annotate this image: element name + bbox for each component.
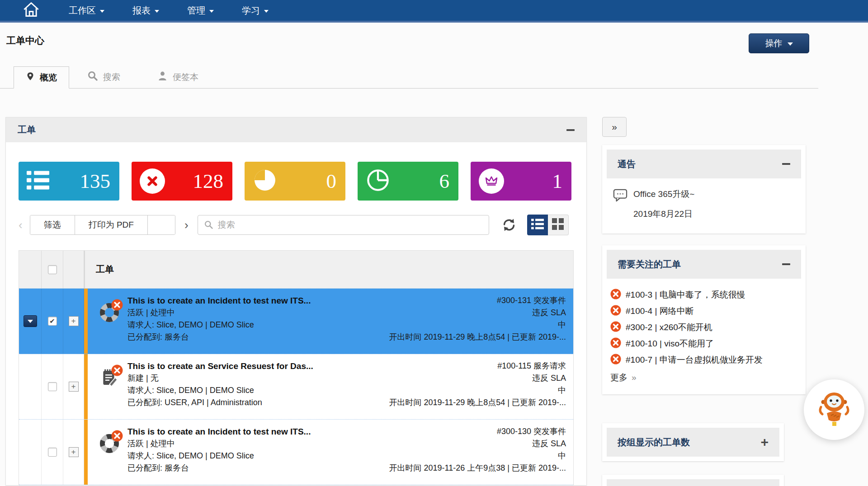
chatbot-avatar[interactable] bbox=[804, 379, 864, 440]
row-checkbox[interactable] bbox=[48, 448, 57, 457]
nav-item-label: 管理 bbox=[187, 5, 205, 17]
ticket-sla: 违反 SLA bbox=[389, 307, 566, 319]
attention-tickets-title: 需要关注的工单 bbox=[618, 258, 681, 271]
tab-label: 便签本 bbox=[173, 71, 198, 83]
grid-view-icon bbox=[552, 218, 564, 232]
nav-item-label: 学习 bbox=[242, 5, 260, 17]
attention-ticket-link[interactable]: #100-7 | 申请一台虚拟机做业务开发 bbox=[610, 352, 798, 368]
row-dropdown-button[interactable] bbox=[24, 315, 37, 327]
row-checkbox[interactable] bbox=[48, 382, 57, 391]
error-badge-icon bbox=[610, 321, 621, 334]
error-badge-icon bbox=[610, 337, 621, 350]
nav-item-learn[interactable]: 学习 bbox=[242, 5, 269, 17]
select-all-checkbox[interactable] bbox=[48, 265, 57, 274]
ticket-requester: 请求人: Slice, DEMO | DEMO Slice bbox=[127, 384, 313, 397]
person-icon bbox=[157, 70, 168, 84]
search-icon bbox=[87, 70, 98, 84]
attention-ticket-link[interactable]: #100-10 | viso不能用了 bbox=[610, 336, 798, 352]
chevron-down-icon bbox=[28, 320, 33, 323]
grid-view-toggle[interactable] bbox=[548, 215, 569, 235]
ticket-column-header: 工单 bbox=[84, 251, 573, 288]
ticket-requester: 请求人: Slice, DEMO | DEMO Slice bbox=[127, 319, 311, 331]
expand-plus-icon[interactable]: + bbox=[760, 435, 769, 449]
announcement-date: 2019年8月22日 bbox=[633, 208, 797, 220]
stat-recent-tickets[interactable]: 6 bbox=[358, 162, 458, 201]
stat-total-tickets[interactable]: 135 bbox=[19, 162, 119, 201]
ticket-search bbox=[198, 215, 489, 235]
stat-due-today[interactable]: 0 bbox=[245, 162, 345, 201]
collapse-minus-icon[interactable] bbox=[782, 263, 790, 265]
announcement-item[interactable]: Office 365升级~ bbox=[613, 188, 797, 204]
sidebar-collapse-button[interactable]: » bbox=[602, 117, 627, 137]
filter-button[interactable]: 筛选 bbox=[30, 215, 75, 234]
row-checkbox-cell bbox=[42, 420, 63, 485]
home-button[interactable] bbox=[22, 1, 41, 20]
chevron-down-icon bbox=[788, 42, 793, 46]
ticket-priority: 中 bbox=[389, 384, 566, 397]
search-icon bbox=[204, 220, 213, 231]
collapse-minus-icon[interactable] bbox=[782, 163, 790, 165]
ticket-search-input[interactable] bbox=[198, 215, 489, 235]
ticket-assigned: 已分配到: USER, API | Administration bbox=[127, 397, 313, 409]
ticket-requester: 请求人: Slice, DEMO | DEMO Slice bbox=[127, 450, 311, 462]
tab-search[interactable]: 搜索 bbox=[75, 66, 132, 88]
refresh-icon[interactable] bbox=[502, 218, 516, 232]
row-expand-cell: + bbox=[63, 289, 84, 354]
header-gutter-cell bbox=[19, 251, 42, 288]
tab-bar: 概览 搜索 便签本 bbox=[0, 66, 818, 89]
attention-ticket-link[interactable]: #300-2 | x260不能开机 bbox=[610, 319, 798, 336]
row-dropdown-cell bbox=[19, 354, 42, 419]
print-pdf-button[interactable]: 打印为 PDF bbox=[75, 215, 148, 234]
stat-vip-tickets[interactable]: 1 bbox=[471, 162, 571, 201]
stat-breached-tickets[interactable]: 128 bbox=[132, 162, 232, 201]
ticket-times: 开出时间 2019-11-29 晚上8点54 | 已更新 2019-... bbox=[389, 397, 566, 409]
attention-ticket-label: #300-2 | x260不能开机 bbox=[626, 322, 712, 333]
chevron-down-icon bbox=[209, 10, 214, 13]
nav-item-reports[interactable]: 报表 bbox=[132, 5, 159, 17]
attention-ticket-label: #100-3 | 电脑中毒了，系统很慢 bbox=[626, 289, 745, 301]
more-actions-stub-button[interactable] bbox=[148, 215, 175, 234]
ticket-priority: 中 bbox=[389, 450, 566, 462]
attention-ticket-link[interactable]: #100-3 | 电脑中毒了，系统很慢 bbox=[610, 287, 798, 303]
expand-plus-icon[interactable]: + bbox=[69, 447, 79, 457]
more-link[interactable]: 更多 » bbox=[610, 372, 798, 383]
chevron-left-icon[interactable]: ‹ bbox=[19, 218, 23, 232]
tab-notes[interactable]: 便签本 bbox=[146, 66, 210, 88]
ticket-id: #300-130 突发事件 bbox=[389, 425, 566, 438]
nav-item-label: 工作区 bbox=[69, 5, 96, 17]
tab-label: 搜索 bbox=[103, 71, 120, 83]
tickets-by-age-header: 按存在时间想显示的工单数 + bbox=[607, 479, 779, 486]
tab-overview[interactable]: 概览 bbox=[14, 66, 69, 89]
expand-plus-icon[interactable]: + bbox=[69, 382, 79, 392]
sla-breach-badge-icon bbox=[111, 364, 123, 378]
actions-button-label: 操作 bbox=[765, 37, 783, 49]
attention-ticket-label: #100-10 | viso不能用了 bbox=[626, 338, 714, 350]
attention-tickets-panel: 需要关注的工单 #100-3 | 电脑中毒了，系统很慢 #100-4 | 网络中… bbox=[602, 245, 806, 394]
home-icon bbox=[22, 1, 41, 20]
tickets-panel-title: 工单 bbox=[18, 124, 36, 136]
actions-button[interactable]: 操作 bbox=[749, 33, 809, 53]
table-row[interactable]: + This is to create an Service Resuest f… bbox=[19, 354, 573, 420]
list-view-toggle[interactable] bbox=[527, 215, 548, 235]
ticket-meta-block: #100-115 服务请求 违反 SLA 中 开出时间 2019-11-29 晚… bbox=[389, 360, 566, 409]
collapse-minus-icon[interactable] bbox=[566, 129, 575, 131]
table-row[interactable]: + This is to create an Incident to test … bbox=[19, 420, 573, 485]
ticket-status: 活跃 | 处理中 bbox=[127, 438, 311, 450]
tickets-panel-body: 135 128 0 6 1 bbox=[6, 142, 586, 485]
row-checkbox[interactable]: ✔ bbox=[48, 317, 57, 326]
tickets-by-group-title: 按组显示的工单数 bbox=[618, 436, 690, 449]
ticket-type-icon-wrap bbox=[99, 433, 127, 485]
stat-boxes: 135 128 0 6 1 bbox=[19, 162, 574, 201]
ticket-summary-cell: This is to create an Incident to test ne… bbox=[84, 420, 573, 485]
pie-icon bbox=[253, 168, 277, 194]
ticket-summary-cell: This is to create an Service Resuest for… bbox=[84, 354, 573, 419]
chevron-right-icon[interactable]: › bbox=[184, 218, 189, 232]
nav-item-admin[interactable]: 管理 bbox=[187, 5, 214, 17]
speech-bubble-icon bbox=[613, 188, 627, 204]
attention-tickets-header: 需要关注的工单 bbox=[607, 250, 801, 279]
stat-value: 0 bbox=[326, 169, 337, 193]
attention-ticket-link[interactable]: #100-4 | 网络中断 bbox=[610, 303, 798, 319]
table-row[interactable]: ✔ + This is to create an Incident to tes… bbox=[19, 289, 573, 354]
nav-item-workspace[interactable]: 工作区 bbox=[69, 5, 104, 17]
expand-plus-icon[interactable]: + bbox=[69, 316, 79, 326]
